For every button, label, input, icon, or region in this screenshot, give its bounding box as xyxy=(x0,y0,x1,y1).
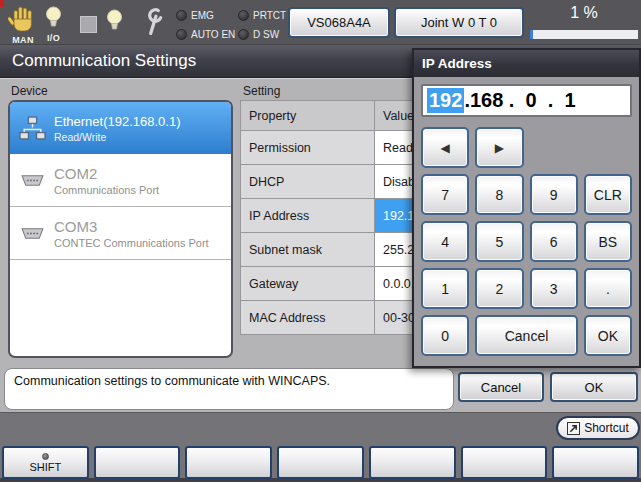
ip-address-dialog: IP Address 192.168 . 0 . 1 ◀ ▶ 7 8 9 CLR… xyxy=(412,48,641,368)
wrench-icon xyxy=(144,7,165,41)
teach-pendant-screen: MAN I/O xyxy=(0,0,641,482)
dialog-title: IP Address xyxy=(414,50,639,77)
property-cell: Gateway xyxy=(241,267,375,301)
dialog-cancel-button[interactable]: Cancel xyxy=(475,315,578,356)
auto-en-label: AUTO EN xyxy=(191,29,235,40)
function-key[interactable] xyxy=(94,446,181,479)
d-sw-label: D SW xyxy=(253,29,279,40)
key-0[interactable]: 0 xyxy=(421,315,469,356)
ok-button[interactable]: OK xyxy=(550,372,638,402)
bulb-icon xyxy=(106,9,123,37)
key-1[interactable]: 1 xyxy=(421,268,469,309)
square-status-icon xyxy=(80,16,97,33)
shift-function-key[interactable]: SHIFT xyxy=(2,446,89,479)
shortcut-button[interactable]: Shortcut xyxy=(556,416,640,440)
prtct-lamp-icon xyxy=(238,10,249,21)
io-indicator: I/O xyxy=(45,6,62,43)
manual-mode-indicator: MAN xyxy=(8,6,38,45)
network-icon xyxy=(10,116,54,141)
function-key[interactable] xyxy=(369,446,456,479)
device-subtitle: Read/Write xyxy=(54,131,180,143)
prev-octet-button[interactable]: ◀ xyxy=(421,127,469,168)
device-subtitle: Communications Port xyxy=(54,184,159,196)
property-cell: Permission xyxy=(241,131,375,165)
manual-mode-label: MAN xyxy=(12,35,33,45)
device-item-com3[interactable]: COM3 CONTEC Communications Port xyxy=(10,207,231,260)
d-sw-lamp-icon xyxy=(238,29,249,40)
cancel-button[interactable]: Cancel xyxy=(458,372,544,402)
column-header-property: Property xyxy=(241,101,375,131)
function-key[interactable] xyxy=(461,446,548,479)
robot-select-button[interactable]: VS068A4A xyxy=(288,7,390,38)
device-section-label: Device xyxy=(11,84,48,98)
property-cell: MAC Address xyxy=(241,301,375,335)
ip-octets-rest: .168 . 0 . 1 xyxy=(464,89,575,112)
numeric-keypad: ◀ ▶ 7 8 9 CLR 4 5 6 BS 1 2 3 . 0 Cancel … xyxy=(414,121,639,362)
device-item-ethernet[interactable]: Ethernet(192.168.0.1) Read/Write xyxy=(10,102,231,154)
d-sw-indicator: D SW xyxy=(238,27,290,42)
top-status-bar: MAN I/O xyxy=(0,0,641,45)
function-key[interactable] xyxy=(185,446,272,479)
key-dot[interactable]: . xyxy=(584,268,632,309)
key-backspace[interactable]: BS xyxy=(584,221,632,262)
emg-indicator: EMG xyxy=(176,8,238,23)
io-label: I/O xyxy=(47,33,60,43)
device-title: Ethernet(192.168.0.1) xyxy=(54,114,180,129)
shortcut-arrow-icon xyxy=(567,422,580,435)
speed-progress-bar xyxy=(530,30,638,39)
prtct-label: PRTCT xyxy=(253,10,286,21)
key-9[interactable]: 9 xyxy=(530,174,578,215)
key-5[interactable]: 5 xyxy=(475,221,523,262)
emg-label: EMG xyxy=(191,10,214,21)
function-key[interactable] xyxy=(277,446,364,479)
ip-input-field[interactable]: 192.168 . 0 . 1 xyxy=(421,84,632,117)
lamp-indicator xyxy=(106,9,123,37)
emg-lamp-icon xyxy=(176,10,187,21)
property-cell: DHCP xyxy=(241,165,375,199)
function-key-row: SHIFT xyxy=(2,446,639,479)
auto-en-indicator: AUTO EN xyxy=(176,27,238,42)
footer-bar: Shortcut SHIFT xyxy=(0,412,641,482)
description-box: Communication settings to communicate wi… xyxy=(4,368,454,410)
shift-label: SHIFT xyxy=(29,461,61,473)
status-lamps: EMG PRTCT AUTO EN D SW xyxy=(176,8,290,42)
setting-section-label: Setting xyxy=(243,84,280,98)
device-title: COM3 xyxy=(54,218,209,235)
device-title: COM2 xyxy=(54,165,159,182)
serial-port-icon xyxy=(10,174,54,187)
property-cell: IP Address xyxy=(241,199,375,233)
device-subtitle: CONTEC Communications Port xyxy=(54,237,209,249)
key-clr[interactable]: CLR xyxy=(584,174,632,215)
speed-readout: 1 % xyxy=(530,4,638,22)
shortcut-label: Shortcut xyxy=(584,421,629,435)
next-octet-button[interactable]: ▶ xyxy=(475,127,523,168)
dialog-ok-button[interactable]: OK xyxy=(584,315,632,356)
auto-en-lamp-icon xyxy=(176,29,187,40)
device-item-com2[interactable]: COM2 Communications Port xyxy=(10,154,231,207)
key-2[interactable]: 2 xyxy=(475,268,523,309)
serial-port-icon xyxy=(10,227,54,240)
key-6[interactable]: 6 xyxy=(530,221,578,262)
speed-progress-fill xyxy=(530,30,533,39)
corner-marker xyxy=(0,0,4,7)
key-7[interactable]: 7 xyxy=(421,174,469,215)
hand-icon xyxy=(8,6,38,36)
device-list: Ethernet(192.168.0.1) Read/Write COM2 Co… xyxy=(8,100,233,358)
ip-octet-selected: 192 xyxy=(427,88,464,113)
function-key[interactable] xyxy=(552,446,639,479)
key-3[interactable]: 3 xyxy=(530,268,578,309)
shift-lamp-icon xyxy=(42,453,49,460)
bulb-icon xyxy=(45,6,62,34)
maintenance-indicator xyxy=(144,7,165,41)
key-4[interactable]: 4 xyxy=(421,221,469,262)
coordinate-mode-button[interactable]: Joint W 0 T 0 xyxy=(394,7,524,38)
property-cell: Subnet mask xyxy=(241,233,375,267)
key-8[interactable]: 8 xyxy=(475,174,523,215)
prtct-indicator: PRTCT xyxy=(238,8,290,23)
